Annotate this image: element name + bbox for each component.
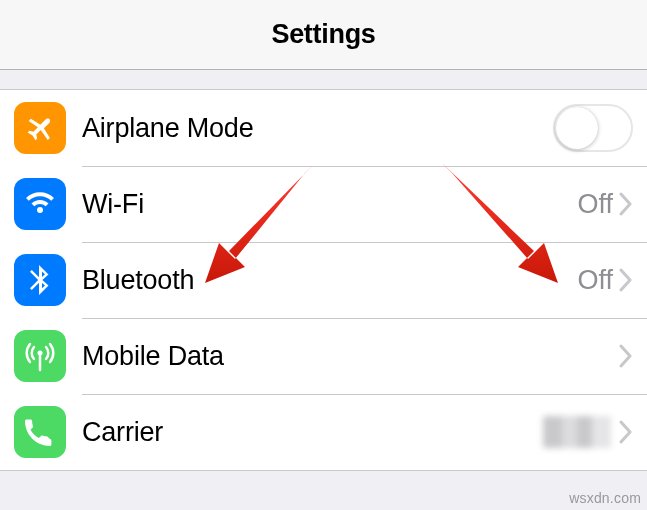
row-label: Mobile Data	[82, 341, 619, 372]
mobile-data-icon	[14, 330, 66, 382]
wifi-icon	[14, 178, 66, 230]
carrier-icon	[14, 406, 66, 458]
chevron-right-icon	[619, 268, 633, 292]
row-wifi[interactable]: Wi-Fi Off	[0, 166, 647, 242]
row-value: Off	[577, 189, 613, 220]
row-label: Bluetooth	[82, 265, 577, 296]
svg-point-0	[38, 351, 43, 356]
row-label: Airplane Mode	[82, 113, 553, 144]
row-value: Off	[577, 265, 613, 296]
settings-section: Airplane Mode Wi-Fi Off Bluetooth Off Mo…	[0, 89, 647, 471]
bluetooth-icon	[14, 254, 66, 306]
row-label: Carrier	[82, 417, 543, 448]
airplane-toggle[interactable]	[553, 104, 633, 152]
airplane-icon	[14, 102, 66, 154]
watermark: wsxdn.com	[569, 490, 641, 506]
row-airplane-mode[interactable]: Airplane Mode	[0, 90, 647, 166]
toggle-knob	[556, 107, 598, 149]
chevron-right-icon	[619, 344, 633, 368]
row-mobile-data[interactable]: Mobile Data	[0, 318, 647, 394]
chevron-right-icon	[619, 192, 633, 216]
row-label: Wi-Fi	[82, 189, 577, 220]
header: Settings	[0, 0, 647, 70]
chevron-right-icon	[619, 420, 633, 444]
row-carrier[interactable]: Carrier	[0, 394, 647, 470]
row-bluetooth[interactable]: Bluetooth Off	[0, 242, 647, 318]
carrier-value-obscured	[543, 416, 611, 448]
page-title: Settings	[271, 19, 375, 50]
